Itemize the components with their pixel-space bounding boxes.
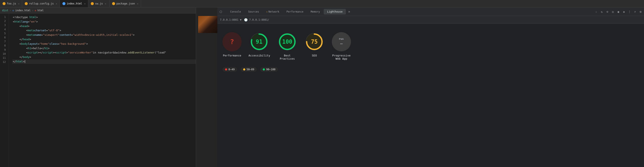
tab-label: foo.js: [7, 2, 16, 5]
bookmark-icon[interactable]: ☆: [594, 10, 598, 14]
code-area: 12345 678910 1112 <!doctype html> <html …: [0, 14, 196, 167]
score-value-accessibility: 91: [256, 38, 262, 45]
tab-index-html[interactable]: index.html ✕: [60, 0, 88, 7]
devtools-panel: ⬡ Console Sources ⚠ Network Performance: [217, 8, 644, 167]
tab-sources[interactable]: Sources: [245, 9, 262, 14]
url-address[interactable]: 7.0.0.1:8081 ▼: [220, 18, 242, 21]
tab-memory[interactable]: Memory: [307, 9, 323, 14]
url-path: 7.0.0.1:8081/: [249, 18, 269, 21]
menu-icon[interactable]: ⋮: [628, 10, 631, 14]
legend-label-average: 50–89: [246, 68, 254, 71]
close-icon[interactable]: ✕: [56, 2, 57, 5]
tab-lighthouse-label: Lighthouse: [327, 10, 342, 13]
pwa-label: PWA: [339, 38, 344, 40]
tab-label: index.html: [67, 2, 82, 5]
html-icon: [62, 2, 66, 5]
devtools-nav-tabs: Console Sources ⚠ Network Performance Me…: [227, 9, 594, 14]
tab-console-label: Console: [230, 10, 241, 13]
editor-section: dist › ◇ index.html › ◈ html 12345 67891…: [0, 8, 196, 167]
score-circle-pwa: PWA —: [332, 32, 351, 51]
score-circle-seo: 75: [305, 32, 324, 51]
json-icon: [112, 2, 115, 5]
feedback-icon[interactable]: ◎: [611, 10, 614, 14]
code-line: <meta charset="utf-8">: [12, 28, 196, 33]
code-line: <body layout="home" class="has-backgroun…: [12, 42, 196, 46]
breadcrumb-html[interactable]: html: [38, 9, 44, 12]
search-icon[interactable]: ⌕: [633, 10, 637, 14]
tab-lighthouse[interactable]: Lighthouse: [324, 9, 346, 14]
tab-label: package.json: [116, 2, 135, 5]
legend-row: 0–49 50–89 90–100: [222, 67, 278, 72]
code-line: </html>: [12, 60, 196, 64]
score-label-accessibility: Accessibility: [248, 54, 270, 57]
breadcrumb-sep: ›: [32, 9, 34, 12]
tab-sw-js[interactable]: sw.js ✕: [88, 0, 110, 7]
score-label-best-practices: Best Practices: [276, 54, 298, 60]
extension-icon[interactable]: ◈: [622, 10, 626, 14]
code-line: <!doctype html>: [12, 15, 196, 20]
breadcrumb-icon: ◇: [12, 9, 14, 12]
more-tabs-button[interactable]: »: [346, 9, 352, 14]
tab-sources-label: Sources: [248, 10, 259, 13]
preview-thumbnail: [198, 16, 217, 33]
clock-icon[interactable]: 🕐: [244, 18, 248, 22]
legend-fail: 0–49: [222, 67, 237, 72]
tab-memory-label: Memory: [311, 10, 320, 13]
github-icon[interactable]: ⊙: [606, 10, 609, 14]
score-seo: 75 SEO: [305, 32, 324, 57]
score-circle-accessibility: 91: [250, 32, 269, 51]
score-performance: ? Performance: [222, 32, 242, 57]
tab-label: sw.js: [95, 2, 103, 5]
close-icon[interactable]: ✕: [84, 2, 86, 5]
refresh-icon[interactable]: ↻: [600, 10, 604, 14]
elements-icon[interactable]: ⬡: [219, 10, 222, 14]
legend-dot-pass: [263, 68, 265, 70]
score-accessibility: 91 Accessibility: [248, 32, 270, 57]
devtools-left-icons: ⬡: [219, 10, 222, 14]
tab-console[interactable]: Console: [227, 9, 244, 14]
breadcrumb-sep: ›: [10, 9, 11, 12]
tab-network[interactable]: ⚠ Network: [263, 9, 282, 14]
chat-icon[interactable]: ◉: [617, 10, 620, 14]
pwa-dash: —: [340, 41, 343, 46]
breadcrumb-dist[interactable]: dist: [2, 9, 8, 12]
preview-panel: [196, 8, 217, 167]
score-label-seo: SEO: [312, 54, 317, 57]
scores-row: ? Performance 91 Accessibility: [222, 32, 352, 60]
warning-icon: ⚠: [266, 10, 268, 13]
devtools-right-icons: ☆ ↻ ⊙ ◎ ◉ ◈ ⋮ ⌕ ⚙: [594, 10, 642, 14]
devtools-toolbar: ⬡ Console Sources ⚠ Network Performance: [217, 8, 644, 16]
legend-average: 50–89: [240, 67, 257, 72]
close-icon[interactable]: ✕: [137, 2, 138, 5]
line-numbers: 12345 678910 1112: [0, 14, 9, 167]
breadcrumb-html-icon: ◈: [35, 9, 36, 12]
code-line: <head>: [12, 24, 196, 28]
legend-label-fail: 0–49: [228, 68, 235, 71]
legend-label-pass: 90–100: [266, 68, 275, 71]
main-content: dist › ◇ index.html › ◈ html 12345 67891…: [0, 8, 644, 167]
code-line: </body>: [12, 55, 196, 60]
js-icon: [25, 2, 28, 5]
close-icon[interactable]: ✕: [18, 2, 20, 5]
code-lines[interactable]: <!doctype html> <html lang="en"> <head> …: [9, 14, 196, 167]
breadcrumb-file[interactable]: index.html: [15, 9, 30, 12]
url-bar: 7.0.0.1:8081 ▼ 🕐 7.0.0.1:8081/: [217, 16, 644, 24]
breadcrumb: dist › ◇ index.html › ◈ html: [0, 8, 196, 14]
settings-icon[interactable]: ⚙: [639, 10, 642, 14]
score-label-pwa: Progressive Web App: [331, 54, 352, 60]
code-line: </head>: [12, 37, 196, 42]
tab-performance[interactable]: Performance: [283, 9, 307, 14]
tab-bar: foo.js ✕ rollup.config.js ✕ index.html ✕…: [0, 0, 644, 8]
tab-foo-js[interactable]: foo.js ✕: [0, 0, 22, 7]
tab-rollup-config[interactable]: rollup.config.js ✕: [22, 0, 60, 7]
tab-network-label: Network: [268, 10, 280, 13]
lighthouse-content: ? Performance 91 Accessibility: [217, 24, 644, 167]
legend-dot-average: [243, 68, 245, 70]
legend-dot-fail: [225, 68, 227, 70]
js-icon: [91, 2, 94, 5]
score-circle-best-practices: 100: [278, 32, 297, 51]
close-icon[interactable]: ✕: [105, 2, 106, 5]
score-pwa: PWA — Progressive Web App: [331, 32, 352, 60]
legend-pass: 90–100: [260, 67, 278, 72]
tab-package-json[interactable]: package.json ✕: [110, 0, 141, 7]
